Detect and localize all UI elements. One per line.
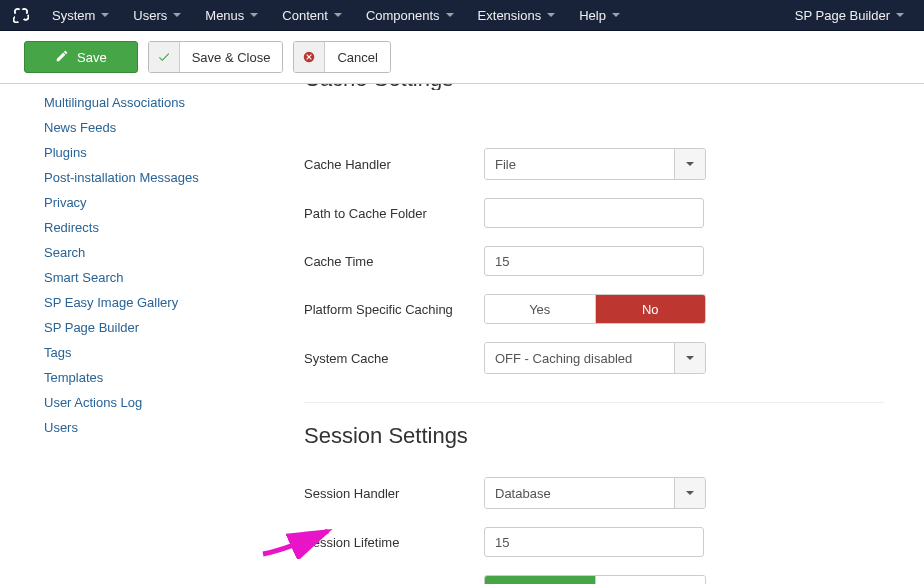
toggle-shared-yes[interactable]: Yes [485, 576, 595, 584]
select-cache-handler[interactable]: File [484, 148, 706, 180]
row-system-cache: System Cache OFF - Caching disabled [304, 342, 884, 374]
nav-users-label: Users [133, 8, 167, 23]
sidebar-item-sp-page-builder[interactable]: SP Page Builder [44, 315, 304, 340]
sidebar-item-plugins[interactable]: Plugins [44, 140, 304, 165]
input-cache-time[interactable] [484, 246, 704, 276]
label-session-handler: Session Handler [304, 486, 484, 501]
chevron-down-icon [674, 343, 705, 373]
row-shared-sessions: Shared Sessions Yes No [304, 575, 884, 584]
input-session-lifetime[interactable] [484, 527, 704, 557]
chevron-down-icon [674, 149, 705, 179]
label-platform-caching: Platform Specific Caching [304, 302, 484, 317]
row-cache-path: Path to Cache Folder [304, 198, 884, 228]
row-session-handler: Session Handler Database [304, 477, 884, 509]
joomla-logo-icon[interactable] [12, 6, 30, 24]
caret-down-icon [547, 13, 555, 17]
caret-down-icon [896, 13, 904, 17]
toggle-platform-no[interactable]: No [595, 295, 706, 323]
caret-down-icon [612, 13, 620, 17]
caret-down-icon [250, 13, 258, 17]
admin-navbar: System Users Menus Content Components Ex… [0, 0, 924, 31]
session-section-heading: Session Settings [304, 402, 884, 449]
nav-components-label: Components [366, 8, 440, 23]
sidebar-item-tags[interactable]: Tags [44, 340, 304, 365]
row-session-lifetime: Session Lifetime [304, 527, 884, 557]
label-cache-path: Path to Cache Folder [304, 206, 484, 221]
settings-form: Cache Settings Cache Handler File Path t… [304, 84, 924, 584]
select-cache-handler-value: File [485, 149, 674, 179]
caret-down-icon [334, 13, 342, 17]
action-toolbar: Save Save & Close Cancel [0, 31, 924, 84]
nav-system[interactable]: System [40, 0, 121, 30]
toggle-platform-yes[interactable]: Yes [485, 295, 595, 323]
sidebar-item-privacy[interactable]: Privacy [44, 190, 304, 215]
nav-components[interactable]: Components [354, 0, 466, 30]
nav-users[interactable]: Users [121, 0, 193, 30]
select-session-handler[interactable]: Database [484, 477, 706, 509]
chevron-down-icon [674, 478, 705, 508]
save-close-label: Save & Close [180, 42, 283, 72]
nav-sp-page-builder-label: SP Page Builder [795, 8, 890, 23]
row-cache-handler: Cache Handler File [304, 148, 884, 180]
label-cache-handler: Cache Handler [304, 157, 484, 172]
nav-sp-page-builder[interactable]: SP Page Builder [783, 0, 916, 30]
nav-extensions-label: Extensions [478, 8, 542, 23]
sidebar-item-multilingual[interactable]: Multilingual Associations [44, 90, 304, 115]
cache-section-heading: Cache Settings [304, 84, 884, 90]
check-icon [149, 42, 180, 72]
nav-system-label: System [52, 8, 95, 23]
sidebar-item-sp-gallery[interactable]: SP Easy Image Gallery [44, 290, 304, 315]
sidebar-item-smart-search[interactable]: Smart Search [44, 265, 304, 290]
cache-heading-text: Cache Settings [304, 84, 453, 90]
cancel-button-label: Cancel [325, 42, 389, 72]
sidebar-item-redirects[interactable]: Redirects [44, 215, 304, 240]
sidebar-item-search[interactable]: Search [44, 240, 304, 265]
nav-content[interactable]: Content [270, 0, 354, 30]
sidebar-item-templates[interactable]: Templates [44, 365, 304, 390]
sidebar-item-news-feeds[interactable]: News Feeds [44, 115, 304, 140]
label-cache-time: Cache Time [304, 254, 484, 269]
nav-help-label: Help [579, 8, 606, 23]
toggle-shared-sessions[interactable]: Yes No [484, 575, 706, 584]
edit-icon [55, 49, 69, 66]
select-session-handler-value: Database [485, 478, 674, 508]
sidebar-item-post-install[interactable]: Post-installation Messages [44, 165, 304, 190]
sidebar-item-users[interactable]: Users [44, 415, 304, 440]
save-close-button[interactable]: Save & Close [148, 41, 284, 73]
toggle-platform-caching[interactable]: Yes No [484, 294, 706, 324]
nav-menus[interactable]: Menus [193, 0, 270, 30]
row-cache-time: Cache Time [304, 246, 884, 276]
caret-down-icon [173, 13, 181, 17]
cancel-button[interactable]: Cancel [293, 41, 390, 73]
select-system-cache-value: OFF - Caching disabled [485, 343, 674, 373]
nav-menus-label: Menus [205, 8, 244, 23]
caret-down-icon [446, 13, 454, 17]
label-system-cache: System Cache [304, 351, 484, 366]
nav-help[interactable]: Help [567, 0, 632, 30]
nav-content-label: Content [282, 8, 328, 23]
component-sidebar: Multilingual Associations News Feeds Plu… [0, 84, 304, 440]
label-session-lifetime: Session Lifetime [304, 535, 484, 550]
nav-extensions[interactable]: Extensions [466, 0, 568, 30]
sidebar-item-user-actions-log[interactable]: User Actions Log [44, 390, 304, 415]
select-system-cache[interactable]: OFF - Caching disabled [484, 342, 706, 374]
caret-down-icon [101, 13, 109, 17]
toggle-shared-no[interactable]: No [595, 576, 706, 584]
save-button[interactable]: Save [24, 41, 138, 73]
content-area: Multilingual Associations News Feeds Plu… [0, 84, 924, 584]
input-cache-path[interactable] [484, 198, 704, 228]
row-platform-caching: Platform Specific Caching Yes No [304, 294, 884, 324]
save-button-label: Save [77, 50, 107, 65]
cancel-icon [294, 42, 325, 72]
